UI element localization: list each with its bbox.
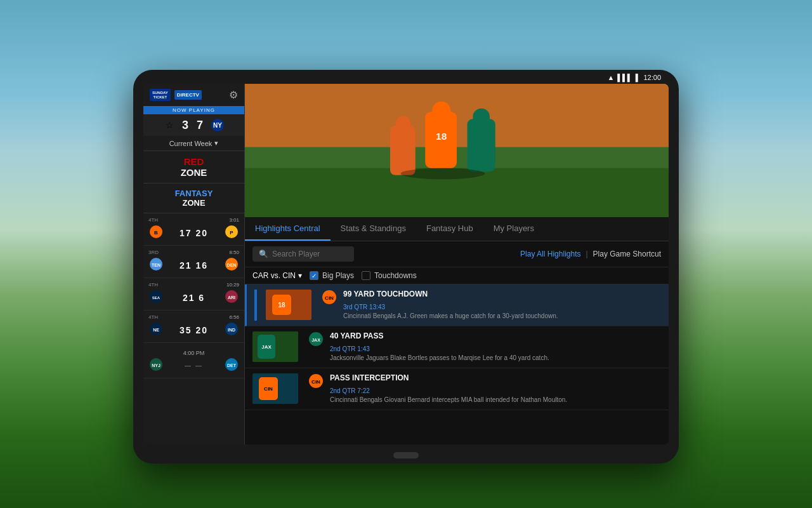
featured-game-score[interactable]: ☆ 3 7 NY: [143, 114, 244, 136]
now-playing-bar: NOW PLAYING: [143, 106, 244, 114]
highlight-thumbnail: CIN: [252, 373, 298, 404]
game-item[interactable]: 4TH 6:56 NE 35 20 IND: [143, 311, 244, 343]
game-item[interactable]: 4:00 PM NYJ — — DET: [143, 343, 244, 378]
away-team-icon: NY: [211, 118, 225, 132]
highlight-info: PASS INTERCEPTION 2nd QTR 7:22 Cincinnat…: [330, 373, 661, 404]
svg-rect-30: [473, 109, 490, 127]
svg-text:B: B: [154, 230, 158, 236]
game-list: 4TH 3:01 B 17 20 P: [143, 213, 244, 444]
svg-rect-32: [396, 116, 410, 132]
highlight-item[interactable]: 18 CIN 99 YARD TOUCHDOWN 3rd QTR 13:43 C…: [245, 284, 669, 326]
content-area: 🔍 Play All Highlights | Play Game Shortc…: [245, 241, 669, 444]
play-game-shortcut-link[interactable]: Play Game Shortcut: [593, 250, 661, 258]
team-logo: IND: [224, 322, 239, 338]
svg-text:CIN: CIN: [311, 379, 320, 385]
clock: 12:00: [643, 74, 661, 81]
team-logo: TEN: [148, 257, 164, 274]
thumbnail-image: JAX: [252, 331, 298, 362]
home-button[interactable]: [393, 452, 419, 458]
active-indicator: [254, 290, 257, 321]
big-plays-filter[interactable]: ✓ Big Plays: [310, 271, 354, 280]
team-logo-jax: JAX: [308, 331, 324, 350]
svg-text:DEN: DEN: [227, 263, 237, 267]
settings-button[interactable]: ⚙: [229, 89, 238, 101]
filter-row: CAR vs. CIN ▾ ✓ Big Plays Touchdowns: [245, 267, 669, 284]
thumbnail-image: 18: [266, 290, 311, 320]
svg-text:DET: DET: [227, 363, 237, 368]
team-logo: DET: [224, 358, 239, 374]
battery-icon: ▌: [636, 74, 641, 81]
signal-icon: ▌▌▌: [617, 74, 632, 81]
home-team-icon: ☆: [163, 118, 177, 132]
svg-text:ARI: ARI: [228, 295, 235, 300]
sidebar: SUNDAYTICKET DIRECTV ⚙ NOW PLAYING ☆ 3 7…: [143, 84, 245, 444]
svg-rect-29: [468, 119, 495, 171]
svg-text:P: P: [230, 230, 233, 236]
team-logo-cin2: CIN: [308, 373, 324, 392]
highlight-info: 40 YARD PASS 2nd QTR 1:43 Jacksonville J…: [330, 331, 661, 363]
team-logo: P: [224, 225, 239, 241]
svg-text:NY: NY: [213, 122, 222, 129]
svg-text:IND: IND: [228, 328, 235, 332]
fantasy-zone-button[interactable]: FANTASY ZONE: [143, 184, 244, 213]
chevron-down-icon: ▾: [214, 139, 218, 147]
game-selector[interactable]: CAR vs. CIN ▾: [252, 271, 302, 280]
big-plays-checkbox[interactable]: ✓: [310, 271, 318, 280]
team-logo-cin: CIN: [322, 290, 337, 308]
tabs-row: Highlights Central Stats & Standings Fan…: [245, 217, 669, 241]
tab-fantasy-hub[interactable]: Fantasy Hub: [416, 217, 483, 241]
touchdowns-filter[interactable]: Touchdowns: [362, 271, 417, 280]
logos: SUNDAYTICKET DIRECTV: [150, 89, 202, 101]
highlight-item[interactable]: JAX JAX 40 YARD PASS 2nd QTR 1:43 Jackso…: [245, 326, 669, 368]
video-frame: 18: [245, 84, 669, 217]
highlight-item[interactable]: CIN CIN PASS INTERCEPTION 2nd QTR 7:22 C…: [245, 368, 669, 410]
game-item[interactable]: 4TH 3:01 B 17 20 P: [143, 213, 244, 246]
play-all-highlights-link[interactable]: Play All Highlights: [520, 250, 580, 258]
video-scene: 18: [245, 84, 669, 217]
red-zone-button[interactable]: RED ZONE: [143, 151, 244, 184]
touchdowns-checkbox[interactable]: [362, 271, 370, 280]
team-logo: NE: [148, 322, 164, 338]
search-wrap: 🔍: [252, 246, 354, 262]
current-week-selector[interactable]: Current Week ▾: [143, 136, 244, 151]
tab-my-players[interactable]: My Players: [483, 217, 544, 241]
svg-text:TEN: TEN: [152, 263, 160, 267]
highlight-info: 99 YARD TOUCHDOWN 3rd QTR 13:43 Cincinna…: [343, 290, 661, 321]
team-logo: B: [148, 225, 164, 241]
tablet: ▲ ▌▌▌ ▌ 12:00 SUNDAYTICKET DIRECTV ⚙ NOW…: [133, 70, 679, 464]
search-input[interactable]: [272, 250, 348, 258]
highlights-links: Play All Highlights | Play Game Shortcut: [520, 250, 661, 258]
team-logo: NYJ: [148, 358, 164, 374]
tab-stats-standings[interactable]: Stats & Standings: [331, 217, 416, 241]
svg-text:JAX: JAX: [311, 338, 320, 342]
score-display: 3 7: [182, 119, 206, 132]
game-item[interactable]: 4TH 10:29 SEA 21 6 ARI: [143, 278, 244, 311]
sunday-ticket-logo: SUNDAYTICKET: [150, 89, 171, 101]
content-toolbar: 🔍 Play All Highlights | Play Game Shortc…: [245, 241, 669, 267]
tab-highlights-central[interactable]: Highlights Central: [245, 217, 331, 241]
thumbnail-image: CIN: [252, 373, 298, 404]
svg-text:18: 18: [436, 131, 447, 142]
chevron-down-icon: ▾: [298, 271, 302, 280]
svg-rect-31: [390, 126, 416, 175]
highlight-thumbnail: JAX: [252, 331, 298, 362]
team-logo: SEA: [148, 290, 164, 306]
svg-text:JAX: JAX: [261, 344, 272, 350]
svg-point-33: [401, 168, 485, 180]
video-player[interactable]: 18 ■: [245, 84, 669, 217]
highlight-thumbnail: 18: [266, 290, 311, 320]
team-logo: DEN: [224, 257, 239, 274]
team-logo: ARI: [224, 290, 239, 306]
svg-text:18: 18: [278, 302, 285, 309]
search-icon: 🔍: [259, 250, 268, 258]
game-item[interactable]: 3RD 8:50 TEN 21 16 DEN: [143, 246, 244, 278]
svg-text:NE: NE: [153, 328, 159, 332]
svg-rect-27: [432, 102, 450, 121]
tablet-screen: SUNDAYTICKET DIRECTV ⚙ NOW PLAYING ☆ 3 7…: [143, 84, 669, 444]
highlights-list: 18 CIN 99 YARD TOUCHDOWN 3rd QTR 13:43 C…: [245, 284, 669, 444]
svg-text:CIN: CIN: [264, 386, 273, 392]
wifi-icon: ▲: [607, 74, 614, 81]
svg-text:NYJ: NYJ: [152, 363, 160, 368]
directv-logo: DIRECTV: [174, 90, 202, 100]
sidebar-header: SUNDAYTICKET DIRECTV ⚙: [143, 84, 244, 106]
